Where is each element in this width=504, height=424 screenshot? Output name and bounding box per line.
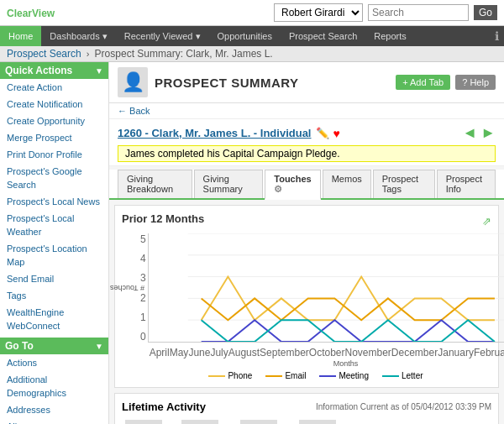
pledge-banner: James completed his Capital Campaign Ple…	[118, 145, 496, 162]
search-input[interactable]	[368, 4, 469, 21]
tab-touches[interactable]: Touches ⚙	[265, 170, 320, 200]
header-right: Robert Girardi Go	[274, 3, 497, 22]
legend-letter: Letter	[382, 371, 423, 380]
letter-legend-color	[382, 375, 399, 377]
chart-container: # Touches 5 4 3 2 1 0	[122, 233, 491, 380]
tabs-bar: Giving Breakdown Giving Summary Touches …	[109, 170, 504, 200]
nav-prospect-search[interactable]: Prospect Search	[281, 26, 365, 46]
chart-header: Prior 12 Months ⇗	[122, 212, 491, 230]
qa-local-weather[interactable]: Prospect's Local Weather	[0, 210, 108, 240]
lifetime-meeting: 👥 Meeting Total 9	[234, 420, 283, 424]
qa-create-notification[interactable]: Create Notification	[0, 96, 108, 113]
lifetime-email: 📧 Email Total 48	[180, 420, 221, 424]
go-to-header[interactable]: Go To ▼	[0, 338, 108, 354]
qa-print-donor[interactable]: Print Donor Profile	[0, 146, 108, 163]
quick-actions-arrow: ▼	[95, 66, 103, 76]
prospect-nav-arrows: ◄ ►	[462, 124, 496, 142]
prospect-favorite-icon[interactable]: ♥	[333, 127, 339, 140]
info-icon[interactable]: ℹ	[495, 29, 499, 43]
letter-icon: 📄	[299, 420, 336, 424]
tab-prospect-info[interactable]: Prospect Info	[437, 170, 496, 198]
help-button[interactable]: ? Help	[455, 75, 496, 90]
lifetime-info: Information Current as of 05/04/2012 03:…	[316, 402, 491, 411]
qa-tags[interactable]: Tags	[0, 287, 108, 304]
chart-title: Prior 12 Months	[122, 212, 204, 225]
chart-legend: Phone Email Meeting Letter	[140, 371, 491, 380]
navbar: Home Dashboards ▾ Recently Viewed ▾ Oppo…	[0, 26, 504, 46]
go-to-arrow: ▼	[95, 342, 103, 351]
go-to-label: Go To	[5, 340, 34, 352]
qa-local-news[interactable]: Prospect's Local News	[0, 193, 108, 210]
goto-aliases[interactable]: Aliases	[0, 418, 108, 424]
chart-inner: 5 4 3 2 1 0	[140, 233, 491, 380]
nav-reports[interactable]: Reports	[365, 26, 415, 46]
tab-prospect-tags[interactable]: Prospect Tags	[373, 170, 435, 198]
lifetime-section: Lifetime Activity Information Current as…	[114, 393, 499, 424]
chart-section: Prior 12 Months ⇗ # Touches 5 4 3 2	[114, 205, 499, 388]
qa-create-opportunity[interactable]: Create Opportunity	[0, 113, 108, 129]
sidebar: Quick Actions ▼ Create Action Create Not…	[0, 62, 109, 424]
breadcrumb: Prospect Search › Prospect Summary: Clar…	[0, 46, 504, 62]
email-line	[201, 298, 494, 320]
back-bar: Back	[109, 103, 504, 119]
chart-export-icon[interactable]: ⇗	[482, 215, 491, 228]
meeting-legend-color	[319, 375, 336, 377]
back-button[interactable]: Back	[118, 106, 150, 116]
prospect-name-row: 1260 - Clark, Mr. James L. - Individual …	[118, 124, 496, 142]
breadcrumb-prospect-search[interactable]: Prospect Search	[7, 48, 81, 60]
quick-actions-list: Create Action Create Notification Create…	[0, 79, 108, 334]
prospect-title-text: PROSPECT SUMMARY	[155, 76, 299, 90]
meeting-icon: 👥	[240, 420, 277, 424]
app-logo: ClearView	[7, 5, 55, 20]
goto-actions[interactable]: Actions	[0, 354, 108, 371]
gear-icon[interactable]: ⚙	[274, 184, 282, 194]
prospect-name-link[interactable]: 1260 - Clark, Mr. James L. - Individual	[118, 127, 311, 139]
logo-view: View	[32, 8, 55, 19]
logo-clear: Clear	[7, 8, 32, 19]
quick-actions-label: Quick Actions	[5, 65, 72, 76]
tab-giving-summary[interactable]: Giving Summary	[194, 170, 264, 198]
prospect-edit-icon[interactable]: ✏️	[316, 127, 329, 139]
qa-wealthengine[interactable]: WealthEngine WebConnect	[0, 304, 108, 334]
goto-demographics[interactable]: Additional Demographics	[0, 371, 108, 401]
nav-opportunities[interactable]: Opportunities	[209, 26, 281, 46]
quick-actions-header[interactable]: Quick Actions ▼	[0, 62, 108, 79]
chart-y-and-plot: 5 4 3 2 1 0	[140, 233, 491, 368]
content-area: 👤 PROSPECT SUMMARY + Add Tab ? Help Back…	[109, 62, 504, 424]
avatar: 👤	[118, 67, 148, 97]
phone-legend-color	[208, 375, 225, 377]
nav-home[interactable]: Home	[0, 26, 41, 46]
legend-phone: Phone	[208, 371, 252, 380]
phone-icon: 📞	[125, 420, 162, 424]
add-tab-button[interactable]: + Add Tab	[396, 75, 450, 90]
prev-arrow[interactable]: ◄	[462, 124, 477, 142]
tab-memos[interactable]: Memos	[323, 170, 371, 198]
lifetime-phone: 📞 Phone Total 53	[122, 420, 166, 424]
user-dropdown[interactable]: Robert Girardi	[274, 3, 363, 22]
navbar-right: ℹ	[495, 29, 504, 43]
prospect-name-section: 1260 - Clark, Mr. James L. - Individual …	[109, 119, 504, 166]
nav-dashboards[interactable]: Dashboards ▾	[41, 26, 115, 46]
go-to-section: Go To ▼ Actions Additional Demographics …	[0, 338, 108, 424]
tab-giving-breakdown[interactable]: Giving Breakdown	[118, 170, 192, 198]
legend-meeting: Meeting	[319, 371, 369, 380]
chart-svg	[148, 233, 504, 343]
next-arrow[interactable]: ►	[480, 124, 496, 142]
quick-actions-section: Quick Actions ▼ Create Action Create Not…	[0, 62, 108, 334]
chart-plot-area: April May June July August September Oct…	[148, 233, 504, 368]
qa-send-email[interactable]: Send Email	[0, 270, 108, 287]
app-header: ClearView Robert Girardi Go	[0, 0, 504, 26]
x-labels: April May June July August September Oct…	[148, 347, 504, 359]
nav-recently-viewed[interactable]: Recently Viewed ▾	[116, 26, 209, 46]
qa-merge-prospect[interactable]: Merge Prospect	[0, 129, 108, 146]
email-legend-color	[265, 375, 282, 377]
qa-google-search[interactable]: Prospect's Google Search	[0, 163, 108, 193]
goto-addresses[interactable]: Addresses	[0, 401, 108, 418]
go-button[interactable]: Go	[474, 5, 497, 20]
x-axis-label: Months	[148, 359, 504, 368]
qa-location-map[interactable]: Prospect's Location Map	[0, 240, 108, 270]
go-to-list: Actions Additional Demographics Addresse…	[0, 354, 108, 424]
qa-create-action[interactable]: Create Action	[0, 79, 108, 96]
meeting-line	[201, 320, 494, 342]
lifetime-letter: 📄 Letter Total 10	[297, 420, 339, 424]
